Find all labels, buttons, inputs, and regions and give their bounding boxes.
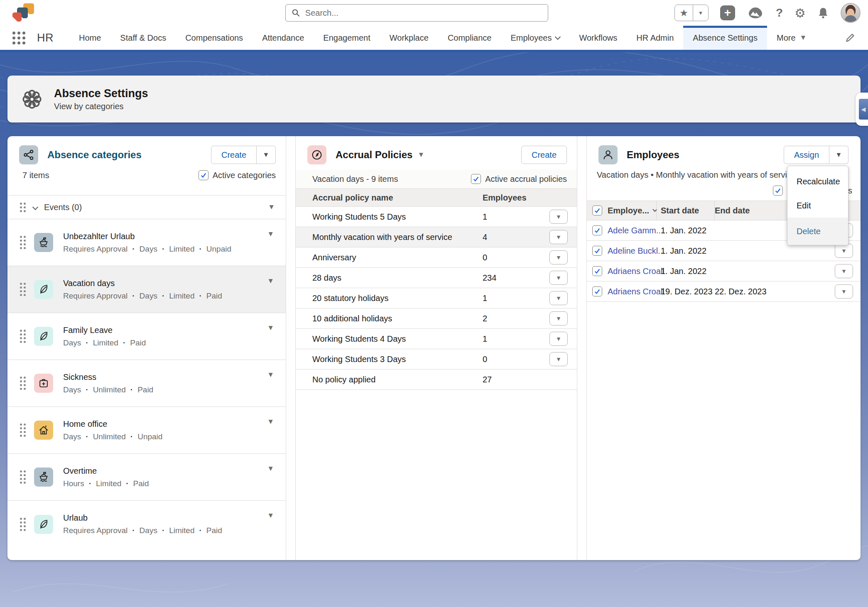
drag-handle-icon[interactable] xyxy=(20,236,26,249)
row-checkbox[interactable] xyxy=(592,286,602,296)
menu-item-edit[interactable]: Edit xyxy=(787,193,848,218)
employee-link[interactable]: Adele Gamm... xyxy=(608,226,663,235)
drag-handle-icon[interactable] xyxy=(20,330,26,343)
policy-employee-count: 4 xyxy=(483,233,487,242)
row-checkbox[interactable] xyxy=(592,246,602,256)
trailhead-icon[interactable] xyxy=(747,6,764,20)
row-menu-button[interactable]: ▼ xyxy=(549,250,568,264)
create-category-button[interactable]: Create xyxy=(211,146,257,164)
accrual-row[interactable]: 20 statutory holidays 1 ▼ xyxy=(296,288,577,308)
row-actions-icon[interactable]: ▼ xyxy=(267,371,274,379)
row-actions-icon[interactable]: ▼ xyxy=(267,230,274,238)
row-menu-button[interactable]: ▼ xyxy=(835,284,853,299)
tab-staff-docs[interactable]: Staff & Docs xyxy=(110,26,176,50)
favorites-caret-icon[interactable]: ▾ xyxy=(693,5,708,21)
menu-item-recalculate[interactable]: Recalculate xyxy=(787,169,848,193)
row-actions-icon[interactable]: ▼ xyxy=(267,465,274,473)
row-actions-icon[interactable]: ▼ xyxy=(268,203,275,211)
panel-title-caret-icon[interactable]: ▼ xyxy=(417,151,424,159)
category-row-sickness[interactable]: Sickness DaysUnlimitedPaid ▼ xyxy=(7,360,286,407)
tab-employees[interactable]: Employees xyxy=(501,26,569,50)
tab-workplace[interactable]: Workplace xyxy=(380,26,438,50)
category-row-urlaub[interactable]: Urlaub Requires ApprovalDaysLimitedPaid … xyxy=(7,501,286,548)
tab-engagement[interactable]: Engagement xyxy=(314,26,380,50)
global-search[interactable] xyxy=(285,4,548,22)
setup-gear-icon[interactable]: ⚙ xyxy=(794,6,806,20)
search-input[interactable] xyxy=(305,8,542,18)
row-actions-icon[interactable]: ▼ xyxy=(267,418,274,426)
favorites-star-icon[interactable]: ★ xyxy=(675,5,693,21)
policy-name: Working Students 5 Days xyxy=(312,212,483,222)
accrual-row[interactable]: Monthly vacation with years of service 4… xyxy=(296,227,577,247)
global-actions-icon[interactable]: + xyxy=(720,5,735,20)
active-categories-checkbox[interactable] xyxy=(199,170,208,180)
assign-button[interactable]: Assign xyxy=(784,146,829,164)
drag-handle-icon[interactable] xyxy=(20,518,26,531)
row-menu-button[interactable]: ▼ xyxy=(549,230,568,244)
row-menu-button[interactable]: ▼ xyxy=(549,271,568,285)
tab-workflows[interactable]: Workflows xyxy=(569,26,627,50)
row-actions-icon[interactable]: ▼ xyxy=(267,277,274,285)
tab-absence-settings[interactable]: Absence Settings xyxy=(683,26,767,50)
row-menu-button[interactable]: ▼ xyxy=(549,291,568,305)
events-group-row[interactable]: Events (0) ▼ xyxy=(7,195,286,219)
select-all-checkbox[interactable] xyxy=(592,206,602,215)
app-launcher-icon[interactable] xyxy=(12,32,25,44)
accrual-row[interactable]: Working Students 3 Days 0 ▼ xyxy=(296,349,577,370)
employee-row[interactable]: Adriaens Croall 1. Jan. 2022 ▼ xyxy=(587,261,861,281)
drag-handle-icon[interactable] xyxy=(20,283,26,296)
row-checkbox[interactable] xyxy=(592,225,602,235)
chevron-down-icon[interactable] xyxy=(32,204,38,210)
row-menu-button[interactable]: ▼ xyxy=(549,210,568,224)
user-avatar[interactable] xyxy=(841,3,861,23)
row-menu-button[interactable]: ▼ xyxy=(549,332,568,346)
category-row-overtime[interactable]: Overtime HoursLimitedPaid ▼ xyxy=(7,454,286,501)
page-header: Absence Settings View by categories xyxy=(7,76,861,122)
row-menu-button[interactable]: ▼ xyxy=(549,352,568,366)
drag-handle-icon[interactable] xyxy=(20,470,26,484)
accrual-row[interactable]: 10 additional holidays 2 ▼ xyxy=(296,308,577,329)
row-menu-button[interactable]: ▼ xyxy=(549,311,568,326)
row-actions-icon[interactable]: ▼ xyxy=(267,324,274,332)
menu-item-delete[interactable]: Delete xyxy=(787,218,848,245)
tab-compensations[interactable]: Compensations xyxy=(176,26,253,50)
column-employee[interactable]: Employe... xyxy=(608,206,649,215)
active-employees-checkbox[interactable] xyxy=(773,186,783,196)
accrual-row[interactable]: Working Students 5 Days 1 ▼ xyxy=(296,207,577,227)
drag-handle-icon[interactable] xyxy=(20,423,26,437)
drag-handle-icon[interactable] xyxy=(20,377,26,390)
category-row-home-office[interactable]: Home office DaysUnlimitedUnpaid ▼ xyxy=(7,407,286,454)
category-row-unbezahlter-urlaub[interactable]: Unbezahlter Urlaub Requires ApprovalDays… xyxy=(7,219,286,266)
row-menu-button[interactable]: ▼ xyxy=(835,244,853,258)
accrual-row[interactable]: 28 days 234 ▼ xyxy=(296,268,577,288)
employee-link[interactable]: Adriaens Croall xyxy=(608,267,664,276)
employee-row[interactable]: Adriaens Croall 19. Dez. 2023 22. Dez. 2… xyxy=(587,281,861,302)
employee-link[interactable]: Adriaens Croall xyxy=(608,287,664,296)
accrual-row[interactable]: Anniversary 0 ▼ xyxy=(296,247,577,268)
create-policy-button[interactable]: Create xyxy=(521,146,567,164)
notifications-bell-icon[interactable] xyxy=(817,7,829,19)
row-menu-button[interactable]: ▼ xyxy=(835,264,853,278)
drag-handle-icon[interactable] xyxy=(20,203,26,212)
category-name: Vacation days xyxy=(63,279,222,288)
row-actions-icon[interactable]: ▼ xyxy=(267,512,274,520)
create-category-caret-icon[interactable]: ▼ xyxy=(257,146,276,164)
tab-home[interactable]: Home xyxy=(69,26,110,50)
column-start-date[interactable]: Start date xyxy=(657,201,715,220)
leaf-icon xyxy=(34,327,53,346)
collapse-panel-tab[interactable]: ◀ xyxy=(856,93,868,126)
accrual-row[interactable]: No policy applied 27 xyxy=(296,370,577,390)
category-row-vacation-days[interactable]: Vacation days Requires ApprovalDaysLimit… xyxy=(7,266,286,313)
edit-nav-pencil-icon[interactable] xyxy=(845,32,856,43)
row-checkbox[interactable] xyxy=(592,266,602,276)
category-row-family-leave[interactable]: Family Leave DaysLimitedPaid ▼ xyxy=(7,313,286,360)
tab-attendance[interactable]: Attendance xyxy=(253,26,314,50)
active-accrual-checkbox[interactable] xyxy=(471,174,481,184)
accrual-row[interactable]: Working Students 4 Days 1 ▼ xyxy=(296,329,577,349)
tab-more[interactable]: More ▼ xyxy=(767,26,816,50)
tab-hr-admin[interactable]: HR Admin xyxy=(627,26,683,50)
help-icon[interactable]: ? xyxy=(776,6,783,20)
tab-compliance[interactable]: Compliance xyxy=(438,26,501,50)
assign-caret-icon[interactable]: ▼ xyxy=(829,146,848,164)
compass-icon xyxy=(307,145,326,164)
